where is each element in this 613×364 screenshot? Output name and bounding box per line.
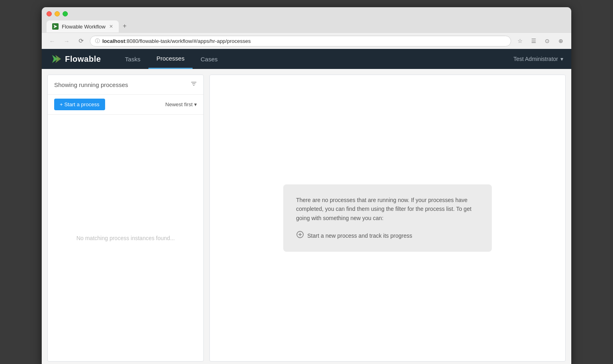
more-button[interactable]: ⊕ <box>555 35 566 47</box>
extensions-button[interactable]: ☰ <box>528 35 539 47</box>
security-icon: ⓘ <box>95 38 100 44</box>
maximize-window-button[interactable] <box>63 11 68 16</box>
bookmark-button[interactable]: ☆ <box>514 35 526 47</box>
browser-toolbar: ← → ⟳ ⓘ localhost:8080/flowable-task/wor… <box>42 32 571 49</box>
back-button[interactable]: ← <box>47 35 58 47</box>
main-content: Showing running processes + Start a proc… <box>42 69 571 364</box>
nav-cases[interactable]: Cases <box>193 49 226 69</box>
flowable-logo-icon <box>50 53 63 65</box>
app-nav: Flowable Tasks Processes Cases Test Admi… <box>42 49 571 69</box>
tab-title: Flowable Workflow <box>62 24 106 30</box>
reload-button[interactable]: ⟳ <box>75 35 87 47</box>
browser-tabs: Flowable Workflow ✕ + <box>47 20 566 32</box>
panel-toolbar: + Start a process Newest first ▾ <box>48 95 203 115</box>
minimize-window-button[interactable] <box>55 11 60 16</box>
panel-empty-message: No matching process instances found... <box>48 115 203 361</box>
user-menu[interactable]: Test Administrator ▾ <box>514 56 563 62</box>
start-new-process-action[interactable]: Start a new process and track its progre… <box>296 231 479 241</box>
app-logo: Flowable <box>50 53 101 65</box>
user-menu-chevron: ▾ <box>560 56 563 62</box>
info-card: There are no processes that are running … <box>283 184 492 252</box>
toolbar-actions: ☆ ☰ ⊙ ⊕ <box>514 35 566 47</box>
sort-label: Newest first <box>165 101 193 107</box>
svg-marker-0 <box>54 25 57 28</box>
sort-dropdown[interactable]: Newest first ▾ <box>165 101 197 107</box>
profile-button[interactable]: ⊙ <box>542 35 553 47</box>
window-controls <box>47 11 566 16</box>
panel-header: Showing running processes <box>48 75 203 95</box>
user-name: Test Administrator <box>514 56 558 62</box>
tab-favicon <box>52 23 59 30</box>
plus-circle-icon <box>296 231 304 241</box>
nav-links: Tasks Processes Cases <box>117 49 514 69</box>
app-container: Flowable Tasks Processes Cases Test Admi… <box>42 49 571 364</box>
address-bar[interactable]: ⓘ localhost:8080/flowable-task/workflow/… <box>90 36 511 47</box>
browser-titlebar: Flowable Workflow ✕ + <box>42 7 571 32</box>
nav-processes[interactable]: Processes <box>148 49 193 69</box>
nav-tasks[interactable]: Tasks <box>117 49 148 69</box>
sort-chevron: ▾ <box>194 101 197 107</box>
panel-title: Showing running processes <box>54 81 128 88</box>
left-panel: Showing running processes + Start a proc… <box>47 75 204 362</box>
url-display: localhost:8080/flowable-task/workflow/#/… <box>102 38 251 44</box>
filter-icon[interactable] <box>191 81 197 89</box>
start-process-button[interactable]: + Start a process <box>54 99 105 110</box>
tab-close-button[interactable]: ✕ <box>109 24 113 29</box>
start-process-action-label: Start a new process and track its progre… <box>307 233 412 239</box>
active-tab[interactable]: Flowable Workflow ✕ <box>47 20 119 32</box>
new-tab-button[interactable]: + <box>119 20 130 32</box>
forward-button[interactable]: → <box>61 35 72 47</box>
browser-window: Flowable Workflow ✕ + ← → ⟳ ⓘ localhost:… <box>42 7 571 364</box>
info-card-text: There are no processes that are running … <box>296 196 479 222</box>
right-panel: There are no processes that are running … <box>209 75 566 362</box>
close-window-button[interactable] <box>47 11 52 16</box>
logo-text: Flowable <box>65 55 101 64</box>
